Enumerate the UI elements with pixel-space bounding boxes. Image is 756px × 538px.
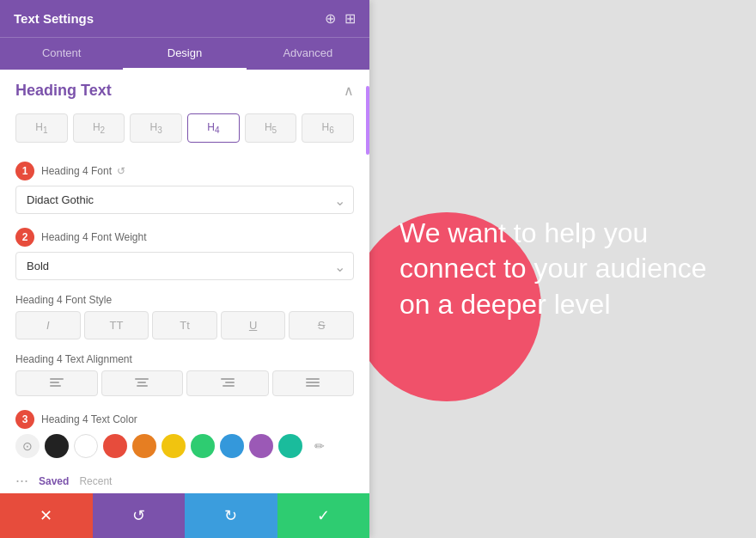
swatch-blue[interactable] (220, 434, 244, 458)
heading-btn-h1[interactable]: H1 (15, 113, 68, 143)
swatch-green[interactable] (191, 434, 215, 458)
swatch-yellow[interactable] (162, 434, 186, 458)
align-center[interactable] (101, 370, 184, 396)
font-style-row: Heading 4 Font Style I TT Tt U S (0, 287, 369, 346)
preview-area: We want to help you connect to your audi… (369, 0, 756, 538)
heading-level-buttons: H1 H2 H3 H4 H5 H6 (0, 108, 369, 155)
section-title: Heading Text (15, 82, 112, 100)
tab-content[interactable]: Content (0, 38, 123, 70)
badge-1: 1 (15, 162, 34, 180)
text-alignment-label: Heading 4 Text Alignment (15, 353, 354, 365)
text-color-row: 3 Heading 4 Text Color ⊙ ✏ (0, 403, 369, 465)
save-button[interactable]: ✓ (277, 493, 370, 538)
cancel-button[interactable]: ✕ (0, 493, 93, 538)
swatch-purple[interactable] (249, 434, 273, 458)
style-strikethrough[interactable]: S (289, 311, 354, 339)
eyedropper-tool[interactable]: ⊙ (15, 434, 40, 458)
panel-body: Heading Text ∧ H1 H2 H3 H4 H5 H6 1 Headi… (0, 70, 369, 538)
style-uppercase[interactable]: TT (84, 311, 149, 339)
bottom-bar: ✕ ↺ ↻ ✓ (0, 493, 369, 538)
panel-header: Text Settings ⊕ ⊞ (0, 0, 369, 37)
saved-label[interactable]: Saved (39, 475, 69, 487)
preview-heading: We want to help you connect to your audi… (399, 216, 726, 323)
preview-text-container: We want to help you connect to your audi… (382, 199, 743, 340)
font-weight-label: 2 Heading 4 Font Weight (15, 228, 354, 247)
heading-btn-h6[interactable]: H6 (302, 113, 354, 143)
color-swatches: ⊙ ✏ (15, 434, 354, 458)
style-italic[interactable]: I (15, 311, 81, 339)
font-select[interactable]: Didact Gothic (15, 186, 354, 214)
style-buttons: I TT Tt U S (15, 311, 354, 339)
style-capitalize[interactable]: Tt (152, 311, 217, 339)
font-weight-select[interactable]: Bold (15, 252, 354, 280)
font-select-wrapper: Didact Gothic (15, 186, 354, 214)
panel-tabs: Content Design Advanced (0, 37, 369, 70)
badge-2: 2 (15, 228, 34, 247)
saved-row: ··· Saved Recent (0, 465, 369, 493)
font-style-label: Heading 4 Font Style (15, 294, 354, 306)
panel-header-icons: ⊕ ⊞ (325, 10, 356, 27)
heading-btn-h2[interactable]: H2 (73, 113, 125, 143)
font-weight-select-wrapper: Bold (15, 252, 354, 280)
align-left[interactable] (15, 370, 98, 396)
target-icon[interactable]: ⊕ (325, 10, 336, 27)
scroll-indicator (366, 86, 369, 155)
recent-label[interactable]: Recent (79, 475, 112, 487)
swatch-black[interactable] (45, 434, 69, 458)
color-edit-icon[interactable]: ✏ (308, 434, 332, 458)
style-underline[interactable]: U (221, 311, 286, 339)
tab-design[interactable]: Design (123, 38, 246, 70)
heading-btn-h3[interactable]: H3 (130, 113, 182, 143)
swatch-orange[interactable] (132, 434, 156, 458)
redo-button[interactable]: ↻ (185, 493, 277, 538)
panel-title: Text Settings (14, 11, 94, 26)
align-justify[interactable] (272, 370, 355, 396)
align-buttons (15, 370, 354, 396)
align-right[interactable] (186, 370, 269, 396)
collapse-icon[interactable]: ∧ (344, 83, 354, 99)
font-weight-row: 2 Heading 4 Font Weight Bold (0, 221, 369, 287)
settings-panel: Text Settings ⊕ ⊞ Content Design Advance… (0, 0, 369, 538)
heading-btn-h5[interactable]: H5 (245, 113, 297, 143)
swatch-teal[interactable] (278, 434, 302, 458)
swatch-white[interactable] (74, 434, 98, 458)
text-alignment-row: Heading 4 Text Alignment (0, 346, 369, 403)
font-row: 1 Heading 4 Font ↺ Didact Gothic (0, 155, 369, 221)
more-options[interactable]: ··· (15, 472, 28, 490)
undo-button[interactable]: ↺ (93, 493, 186, 538)
layout-icon[interactable]: ⊞ (344, 10, 356, 27)
tab-advanced[interactable]: Advanced (247, 38, 369, 70)
section-header: Heading Text ∧ (0, 70, 369, 108)
text-color-label: 3 Heading 4 Text Color (15, 410, 354, 429)
swatch-red[interactable] (103, 434, 127, 458)
heading-btn-h4[interactable]: H4 (187, 113, 240, 143)
badge-3: 3 (15, 410, 34, 429)
reset-font-icon[interactable]: ↺ (117, 165, 125, 177)
font-label: 1 Heading 4 Font ↺ (15, 162, 354, 180)
